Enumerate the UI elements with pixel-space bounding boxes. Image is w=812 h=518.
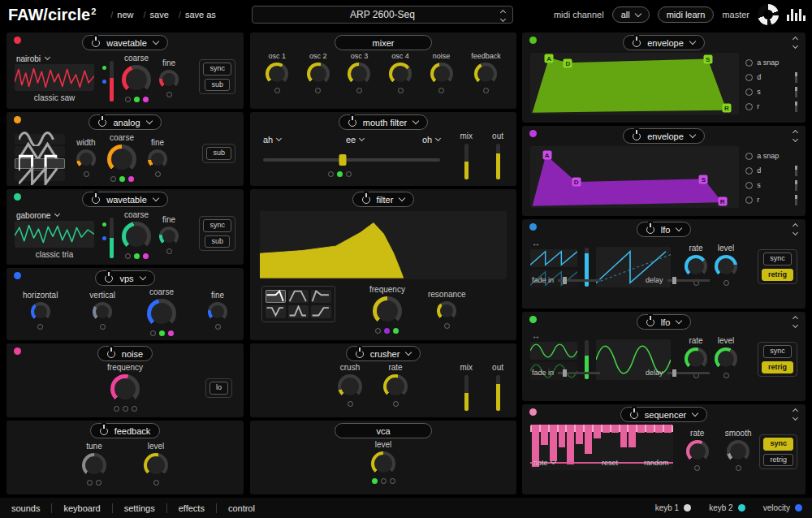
- wave-scroll-icon[interactable]: ↔: [532, 332, 577, 340]
- mod-slot-dot[interactable]: [150, 330, 156, 336]
- osc2-sub-button[interactable]: sub: [206, 147, 231, 160]
- power-icon[interactable]: [633, 39, 641, 47]
- mod-slot-dot[interactable]: [166, 248, 172, 254]
- tab-control[interactable]: control: [217, 503, 266, 513]
- osc3-coarse-knob[interactable]: [122, 222, 151, 251]
- lfo1-fade-in-slider[interactable]: fade in: [532, 276, 600, 284]
- env-attack-handle[interactable]: A: [542, 151, 551, 160]
- lfo2-level-knob[interactable]: [715, 347, 737, 370]
- mod-slot-dot[interactable]: [166, 92, 172, 97]
- lfo1-wave-option[interactable]: [530, 249, 577, 267]
- power-icon[interactable]: [646, 226, 654, 234]
- mod-slot-dot[interactable]: [694, 465, 700, 471]
- mod-slot-dot[interactable]: [125, 253, 131, 259]
- mixer-feedback-knob[interactable]: [474, 63, 497, 85]
- radio-icon[interactable]: [745, 88, 753, 96]
- power-icon[interactable]: [98, 119, 106, 127]
- mod-slot-dot[interactable]: [375, 328, 381, 334]
- keyb1-indicator[interactable]: keyb 1: [655, 503, 691, 512]
- power-icon[interactable]: [92, 39, 100, 47]
- mod-slot-dot[interactable]: [155, 171, 161, 177]
- mixer-osc4-knob[interactable]: [389, 63, 412, 85]
- seq-sync-button[interactable]: sync: [763, 438, 793, 451]
- mod-slot-dot[interactable]: [159, 330, 165, 336]
- mod-slot-dot[interactable]: [328, 171, 334, 177]
- osc2-coarse-knob[interactable]: [107, 145, 136, 174]
- radio-icon[interactable]: [745, 103, 753, 110]
- noise-lo-button[interactable]: lo: [209, 382, 228, 395]
- osc1-sync-button[interactable]: sync: [203, 63, 231, 76]
- mod-slot-dot[interactable]: [438, 88, 444, 93]
- osc1-fine-knob[interactable]: [159, 70, 179, 89]
- wave-scroll-icon[interactable]: ↔: [532, 240, 577, 248]
- filter-type-button-peak[interactable]: [288, 305, 309, 318]
- mod-slot-dot[interactable]: [215, 324, 221, 330]
- module-expand-icon[interactable]: [793, 409, 797, 420]
- mod-slot-dot[interactable]: [132, 406, 137, 412]
- lfo1-sync-button[interactable]: sync: [763, 253, 792, 265]
- mixer-osc1-knob[interactable]: [266, 63, 288, 85]
- lfo2-delay-slider[interactable]: delay: [646, 369, 710, 377]
- lfo1-retrig-button[interactable]: retrig: [762, 269, 793, 282]
- mod-slot-dot[interactable]: [384, 328, 390, 334]
- mod-source-dot[interactable]: [102, 80, 106, 84]
- env1-display[interactable]: A D S R: [530, 53, 739, 114]
- mod-slot-dot[interactable]: [134, 97, 140, 102]
- noise-type-dropdown[interactable]: noise: [97, 346, 153, 361]
- vca-level-knob[interactable]: [371, 451, 395, 476]
- mod-source-dot[interactable]: [102, 236, 106, 240]
- filter-type-button-notch[interactable]: [266, 305, 286, 318]
- mod-slot-dot[interactable]: [143, 97, 149, 102]
- mod-slot-dot[interactable]: [168, 330, 174, 336]
- osc1-sub-button[interactable]: sub: [205, 79, 230, 92]
- osc3-type-dropdown[interactable]: wavetable: [82, 192, 168, 207]
- filter-resonance-knob[interactable]: [437, 301, 456, 321]
- lfo2-wave-option[interactable]: [530, 342, 577, 360]
- master-volume-knob[interactable]: [758, 4, 779, 25]
- mod-slot-dot[interactable]: [110, 176, 116, 182]
- power-icon[interactable]: [646, 318, 654, 326]
- mod-slot-dot[interactable]: [483, 88, 489, 93]
- env-decay-handle[interactable]: D: [572, 178, 581, 187]
- osc3-fine-knob[interactable]: [159, 227, 179, 246]
- lfo2-sync-button[interactable]: sync: [763, 345, 792, 358]
- seq-retrig-button[interactable]: retrig: [763, 454, 793, 467]
- mod-slot-dot[interactable]: [96, 480, 102, 486]
- mini-slider[interactable]: [795, 87, 797, 97]
- env-attack-handle[interactable]: A: [545, 54, 554, 63]
- menu-item-save-as[interactable]: /save as: [179, 10, 216, 19]
- vowel-left-dropdown[interactable]: ah: [263, 135, 281, 145]
- mouth-out-slider[interactable]: [496, 144, 500, 179]
- power-icon[interactable]: [105, 274, 113, 283]
- osc1-type-dropdown[interactable]: wavetable: [82, 35, 168, 50]
- mod-slot-dot[interactable]: [143, 253, 149, 259]
- mod-slot-dot[interactable]: [736, 465, 741, 471]
- vowel-mid-dropdown[interactable]: ee: [346, 135, 364, 145]
- osc3-table-dropdown[interactable]: gaborone: [15, 209, 94, 221]
- mod-slot-dot[interactable]: [356, 88, 362, 93]
- osc1-waveform-display[interactable]: [15, 64, 94, 91]
- env-release-handle[interactable]: R: [718, 196, 727, 205]
- radio-icon[interactable]: [745, 196, 753, 204]
- power-icon[interactable]: [107, 350, 115, 358]
- mini-slider[interactable]: [795, 72, 797, 83]
- osc2-width-knob[interactable]: [76, 149, 96, 169]
- env1-dropdown[interactable]: envelope: [623, 35, 705, 50]
- seq-random-button[interactable]: random: [644, 459, 669, 467]
- mod-slot-dot[interactable]: [723, 373, 729, 378]
- crusher-out-slider[interactable]: [496, 375, 500, 411]
- mod-slot-dot[interactable]: [128, 176, 134, 182]
- velocity-indicator[interactable]: velocity: [763, 503, 802, 512]
- radio-icon[interactable]: [745, 167, 753, 175]
- power-icon[interactable]: [633, 132, 641, 140]
- mod-slot-dot[interactable]: [444, 323, 450, 329]
- filter-type-button-shelf[interactable]: [311, 305, 331, 318]
- mini-slider[interactable]: [795, 101, 797, 112]
- mod-slot-dot[interactable]: [390, 478, 395, 484]
- radio-icon[interactable]: [745, 74, 753, 81]
- mod-slot-dot[interactable]: [87, 480, 93, 486]
- radio-icon[interactable]: [745, 153, 753, 160]
- power-icon[interactable]: [362, 196, 370, 204]
- power-icon[interactable]: [630, 411, 638, 419]
- vowel-morph-handle[interactable]: [339, 154, 347, 166]
